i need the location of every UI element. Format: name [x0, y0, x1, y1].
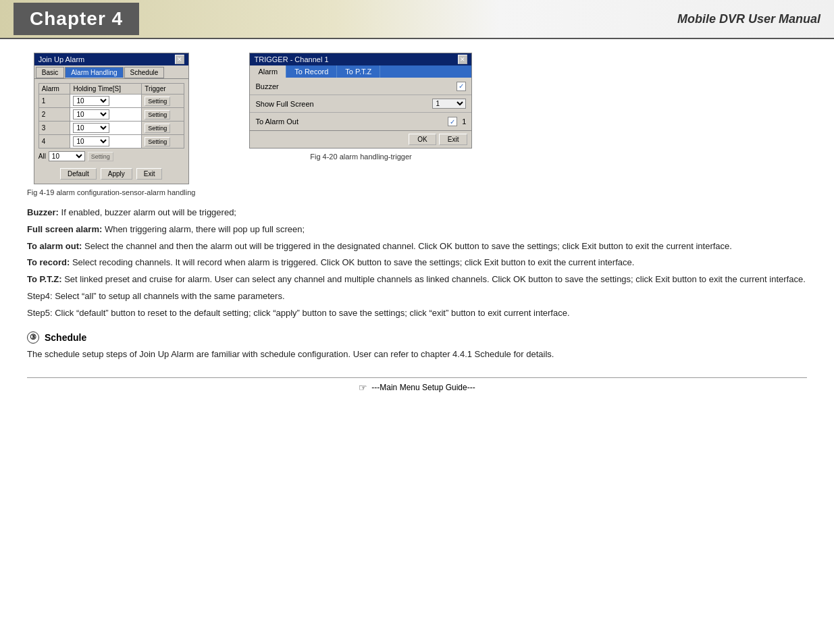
alarm-setting-btn-3[interactable]: Setting: [145, 124, 170, 133]
fig-right-caption: Fig 4-20 alarm handling-trigger: [310, 153, 411, 161]
trigger-footer: OK Exit: [250, 130, 471, 148]
join-alarm-titlebar: Join Up Alarm ✕: [34, 53, 188, 65]
buzzer-row: Buzzer ✓: [250, 78, 471, 95]
alarm-time-select-1[interactable]: 10: [73, 96, 109, 106]
alarm-time-select-2[interactable]: 10: [73, 109, 109, 119]
buzzer-label-text: Buzzer:: [27, 207, 59, 217]
to-alarm-paragraph: To alarm out: Select the channel and the…: [27, 240, 807, 254]
to-alarm-out-label: To Alarm Out: [255, 117, 448, 126]
buzzer-checkbox[interactable]: ✓: [457, 82, 466, 91]
full-screen-body-text: When triggering alarm, there will pop up…: [102, 224, 305, 234]
trigger-title: TRIGGER - Channel 1: [254, 55, 328, 63]
to-alarm-out-value: ✓ 1: [448, 117, 466, 126]
alarm-num-2: 2: [38, 108, 70, 122]
to-alarm-out-row: To Alarm Out ✓ 1: [250, 113, 471, 130]
buzzer-label: Buzzer: [255, 82, 457, 90]
to-record-label-text: To record:: [27, 257, 70, 267]
join-alarm-title: Join Up Alarm: [38, 55, 84, 63]
alarm-time-cell-3: 10: [70, 122, 142, 135]
default-button[interactable]: Default: [60, 168, 97, 180]
footer: ☞ ---Main Menu Setup Guide---: [27, 377, 807, 393]
alarm-num-1: 1: [38, 95, 70, 108]
alarm-row-3: 3 10 Setting: [38, 122, 184, 135]
join-alarm-dialog: Join Up Alarm ✕ Basic Alarm Handling Sch…: [34, 53, 189, 184]
apply-button[interactable]: Apply: [101, 168, 132, 180]
all-setting-button[interactable]: Setting: [88, 152, 113, 161]
full-screen-label-text: Full screen alarm:: [27, 224, 102, 234]
to-ptz-paragraph: To P.T.Z: Set linked preset and cruise f…: [27, 273, 807, 287]
tab-to-ptz[interactable]: To P.T.Z: [337, 65, 380, 78]
to-ptz-body-text: Set linked preset and cruise for alarm. …: [62, 274, 806, 284]
col-trigger: Trigger: [142, 84, 184, 95]
alarm-time-select-4[interactable]: 10: [73, 136, 109, 146]
alarm-row-4: 4 10 Setting: [38, 135, 184, 149]
full-screen-label: Show Full Screen: [255, 100, 432, 108]
join-alarm-footer: Default Apply Exit: [34, 165, 188, 184]
tab-alarm[interactable]: Alarm: [250, 65, 286, 78]
to-alarm-body-text: Select the channel and then the alarm ou…: [82, 241, 732, 251]
fig-left-caption: Fig 4-19 alarm configuration-sensor-alar…: [27, 188, 195, 196]
trigger-tabs: Alarm To Record To P.T.Z: [250, 65, 471, 78]
tab-alarm-handling[interactable]: Alarm Handling: [65, 67, 123, 78]
schedule-description: The schedule setup steps of Join Up Alar…: [27, 348, 807, 362]
body-text: Buzzer: If enabled, buzzer alarm out wil…: [27, 206, 807, 321]
trigger-dialog: TRIGGER - Channel 1 ✕ Alarm To Record To…: [249, 53, 472, 149]
tab-basic[interactable]: Basic: [36, 67, 64, 78]
page-content: Join Up Alarm ✕ Basic Alarm Handling Sch…: [0, 39, 834, 406]
alarm-time-cell-4: 10: [70, 135, 142, 149]
trigger-section: TRIGGER - Channel 1 ✕ Alarm To Record To…: [249, 53, 472, 161]
buzzer-value: ✓: [457, 82, 466, 91]
alarm-row-2: 2 10 Setting: [38, 108, 184, 122]
alarm-setting-btn-2[interactable]: Setting: [145, 110, 170, 119]
to-record-paragraph: To record: Select recoding channels. It …: [27, 256, 807, 270]
schedule-number: ③: [27, 331, 39, 344]
tab-schedule[interactable]: Schedule: [124, 67, 165, 78]
to-record-body-text: Select recoding channels. It will record…: [70, 257, 634, 267]
all-label: All: [38, 153, 46, 160]
buzzer-paragraph: Buzzer: If enabled, buzzer alarm out wil…: [27, 206, 807, 220]
join-alarm-close-button[interactable]: ✕: [175, 55, 184, 64]
join-alarm-tabs: Basic Alarm Handling Schedule: [34, 65, 188, 79]
full-screen-value: 1 2 3 4: [432, 99, 466, 109]
join-alarm-section: Join Up Alarm ✕ Basic Alarm Handling Sch…: [27, 53, 195, 196]
full-screen-row: Show Full Screen 1 2 3 4: [250, 95, 471, 113]
trigger-titlebar: TRIGGER - Channel 1 ✕: [250, 53, 471, 65]
trigger-body: Buzzer ✓ Show Full Screen 1 2 3: [250, 78, 471, 130]
alarm-setting-cell-3: Setting: [142, 122, 184, 135]
schedule-header: ③ Schedule: [27, 331, 807, 344]
manual-title: Mobile DVR User Manual: [677, 12, 820, 26]
schedule-title: Schedule: [45, 332, 86, 343]
buzzer-body-text: If enabled, buzzer alarm out will be tri…: [59, 207, 236, 217]
alarm-row-1: 1 10 Setting: [38, 95, 184, 108]
alarm-time-select-3[interactable]: 10: [73, 123, 109, 133]
header-bar: Chapter 4 Mobile DVR User Manual: [0, 0, 834, 39]
exit-button[interactable]: Exit: [136, 168, 163, 180]
col-holding-time: Holding Time[S]: [70, 84, 142, 95]
full-screen-select[interactable]: 1 2 3 4: [432, 99, 466, 109]
all-row: All 10 Setting: [38, 151, 184, 161]
all-time-select[interactable]: 10: [49, 151, 85, 161]
join-alarm-body: Alarm Holding Time[S] Trigger 1 10 Setti…: [34, 79, 188, 165]
alarm-num-3: 3: [38, 122, 70, 135]
finger-icon: ☞: [359, 382, 367, 393]
trigger-close-button[interactable]: ✕: [458, 55, 467, 64]
to-ptz-label-text: To P.T.Z:: [27, 274, 62, 284]
alarm-time-cell-1: 10: [70, 95, 142, 108]
col-alarm: Alarm: [38, 84, 70, 95]
chapter-label: Chapter 4: [14, 3, 139, 35]
alarm-num-4: 4: [38, 135, 70, 149]
alarm-setting-btn-4[interactable]: Setting: [145, 137, 170, 146]
schedule-section: ③ Schedule The schedule setup steps of J…: [27, 331, 807, 362]
footer-text: ---Main Menu Setup Guide---: [371, 383, 475, 392]
trigger-ok-button[interactable]: OK: [409, 134, 436, 145]
alarm-time-cell-2: 10: [70, 108, 142, 122]
alarm-setting-cell-2: Setting: [142, 108, 184, 122]
tab-to-record[interactable]: To Record: [286, 65, 337, 78]
to-alarm-out-checkbox[interactable]: ✓: [448, 117, 457, 126]
alarm-setting-btn-1[interactable]: Setting: [145, 97, 170, 106]
step4-text: Step4: Select “all” to setup all channel…: [27, 290, 807, 304]
alarm-setting-cell-1: Setting: [142, 95, 184, 108]
to-alarm-out-number: 1: [462, 117, 466, 126]
dialogs-row: Join Up Alarm ✕ Basic Alarm Handling Sch…: [27, 53, 807, 196]
trigger-exit-button[interactable]: Exit: [439, 134, 468, 145]
